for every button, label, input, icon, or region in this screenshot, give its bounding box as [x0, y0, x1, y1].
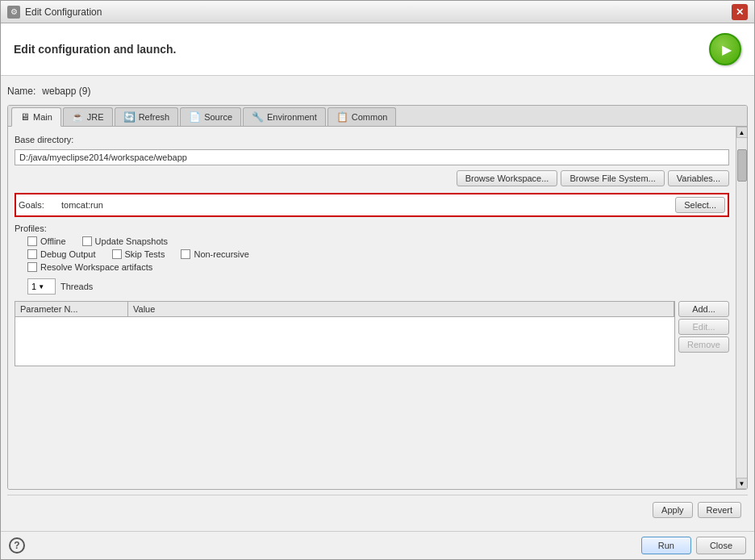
help-icon[interactable]: ?: [9, 537, 25, 554]
name-row: Name: webapp (9): [7, 82, 748, 100]
tab-refresh-label: Refresh: [139, 112, 170, 122]
resolve-workspace-checkbox-box: [27, 262, 37, 272]
scrollbar-track: ▲ ▼: [736, 127, 747, 489]
offline-checkbox-box: [27, 236, 37, 246]
main-tab-icon: 🖥: [20, 111, 30, 123]
debug-output-label: Debug Output: [40, 249, 96, 259]
refresh-tab-icon: 🔄: [123, 111, 136, 123]
source-tab-icon: 📄: [189, 111, 201, 123]
tab-refresh[interactable]: 🔄 Refresh: [115, 107, 179, 126]
bottom-buttons: Run Close: [641, 537, 746, 554]
edit-button[interactable]: Edit...: [678, 319, 729, 335]
base-directory-input[interactable]: [15, 149, 729, 165]
bottom-bar: ? Run Close: [1, 531, 754, 559]
scrollbar-up-arrow[interactable]: ▲: [736, 127, 748, 138]
skip-tests-label: Skip Tests: [125, 249, 165, 259]
profiles-label: Profiles:: [15, 224, 729, 233]
window-title: Edit Configuration: [25, 6, 102, 18]
threads-row: 1 ▼ Threads: [15, 278, 729, 295]
tab-environment-label: Environment: [267, 112, 317, 122]
name-label: Name:: [7, 86, 35, 97]
add-button[interactable]: Add...: [678, 301, 729, 317]
dropdown-arrow-icon: ▼: [38, 283, 44, 290]
debug-output-checkbox[interactable]: Debug Output: [27, 249, 96, 259]
offline-label: Offline: [40, 236, 66, 246]
name-value: webapp (9): [42, 86, 90, 97]
update-snapshots-checkbox-box: [82, 236, 92, 246]
tabs-bar: 🖥 Main ☕ JRE 🔄 Refresh 📄 Source 🔧: [8, 106, 747, 127]
browse-buttons: Browse Workspace... Browse File System..…: [15, 170, 729, 186]
window-icon: ⚙: [7, 6, 20, 19]
run-button[interactable]: Run: [641, 537, 691, 554]
base-directory-section: Base directory: Browse Workspace... Brow…: [15, 133, 729, 186]
parameters-table: Parameter N... Value: [15, 301, 675, 366]
remove-button[interactable]: Remove: [678, 336, 729, 353]
base-directory-label: Base directory:: [15, 133, 729, 146]
checkboxes-grid: Offline Update Snapshots Deb: [15, 236, 729, 272]
footer-buttons: Apply Revert: [7, 495, 748, 524]
environment-tab-icon: 🔧: [252, 111, 264, 123]
select-button[interactable]: Select...: [675, 197, 725, 213]
tab-environment[interactable]: 🔧 Environment: [243, 107, 326, 126]
tabs-container: 🖥 Main ☕ JRE 🔄 Refresh 📄 Source 🔧: [7, 105, 748, 490]
title-bar: ⚙ Edit Configuration ✕: [1, 1, 754, 23]
tab-source[interactable]: 📄 Source: [180, 107, 241, 126]
tab-main-content: Base directory: Browse Workspace... Brow…: [8, 127, 736, 489]
checkbox-row-3: Resolve Workspace artifacts: [27, 262, 729, 272]
tab-common-label: Common: [352, 112, 388, 122]
goals-label: Goals:: [19, 200, 55, 210]
offline-checkbox[interactable]: Offline: [27, 236, 66, 246]
scrollbar-thumb[interactable]: [737, 149, 747, 182]
scrollbar-down-arrow[interactable]: ▼: [736, 478, 748, 489]
tab-jre[interactable]: ☕ JRE: [63, 107, 113, 126]
header-title: Edit configuration and launch.: [14, 43, 176, 56]
threads-value: 1: [31, 282, 36, 291]
update-snapshots-label: Update Snapshots: [95, 236, 169, 246]
skip-tests-checkbox-box: [112, 249, 122, 259]
close-window-button[interactable]: ✕: [732, 4, 748, 20]
non-recursive-checkbox[interactable]: Non-recursive: [181, 249, 248, 259]
update-snapshots-checkbox[interactable]: Update Snapshots: [82, 236, 169, 246]
browse-workspace-button[interactable]: Browse Workspace...: [457, 170, 558, 186]
goals-row: Goals: Select...: [15, 193, 729, 217]
common-tab-icon: 📋: [336, 111, 348, 123]
threads-label: Threads: [60, 282, 93, 291]
checkbox-row-1: Offline Update Snapshots: [27, 236, 729, 246]
table-body: [15, 317, 674, 366]
tab-main-label: Main: [33, 112, 52, 122]
col-value: Value: [128, 302, 674, 316]
content-area: Name: webapp (9) 🖥 Main ☕ JRE 🔄 Refresh: [1, 76, 754, 531]
checkbox-row-2: Debug Output Skip Tests Non-recursive: [27, 249, 729, 259]
tab-common[interactable]: 📋 Common: [327, 107, 397, 126]
jre-tab-icon: ☕: [72, 111, 84, 123]
tab-content-area: Base directory: Browse Workspace... Brow…: [8, 127, 747, 489]
skip-tests-checkbox[interactable]: Skip Tests: [112, 249, 165, 259]
run-icon[interactable]: [709, 33, 741, 65]
apply-button[interactable]: Apply: [653, 502, 693, 518]
non-recursive-label: Non-recursive: [194, 249, 248, 259]
browse-file-system-button[interactable]: Browse File System...: [561, 170, 664, 186]
close-button[interactable]: Close: [696, 537, 746, 554]
goals-input[interactable]: [60, 199, 670, 211]
profiles-section: Profiles: Offline Update Snapshots: [15, 224, 729, 272]
tab-main[interactable]: 🖥 Main: [11, 107, 61, 127]
edit-configuration-window: ⚙ Edit Configuration ✕ Edit configuratio…: [0, 0, 755, 560]
title-bar-left: ⚙ Edit Configuration: [7, 6, 102, 19]
col-parameter-name: Parameter N...: [15, 302, 128, 316]
threads-dropdown[interactable]: 1 ▼: [27, 278, 56, 295]
tab-source-label: Source: [204, 112, 232, 122]
resolve-workspace-checkbox[interactable]: Resolve Workspace artifacts: [27, 262, 152, 272]
tab-jre-label: JRE: [87, 112, 104, 122]
debug-output-checkbox-box: [27, 249, 37, 259]
non-recursive-checkbox-box: [181, 249, 190, 259]
revert-button[interactable]: Revert: [698, 502, 741, 518]
parameters-section: Parameter N... Value Add... Edit... Remo…: [15, 301, 729, 366]
variables-button[interactable]: Variables...: [668, 170, 729, 186]
threads-dropdown-inner: 1 ▼: [31, 282, 44, 291]
table-header: Parameter N... Value: [15, 302, 674, 317]
resolve-workspace-label: Resolve Workspace artifacts: [40, 262, 152, 272]
param-buttons: Add... Edit... Remove: [678, 301, 729, 366]
header-area: Edit configuration and launch.: [1, 23, 754, 76]
